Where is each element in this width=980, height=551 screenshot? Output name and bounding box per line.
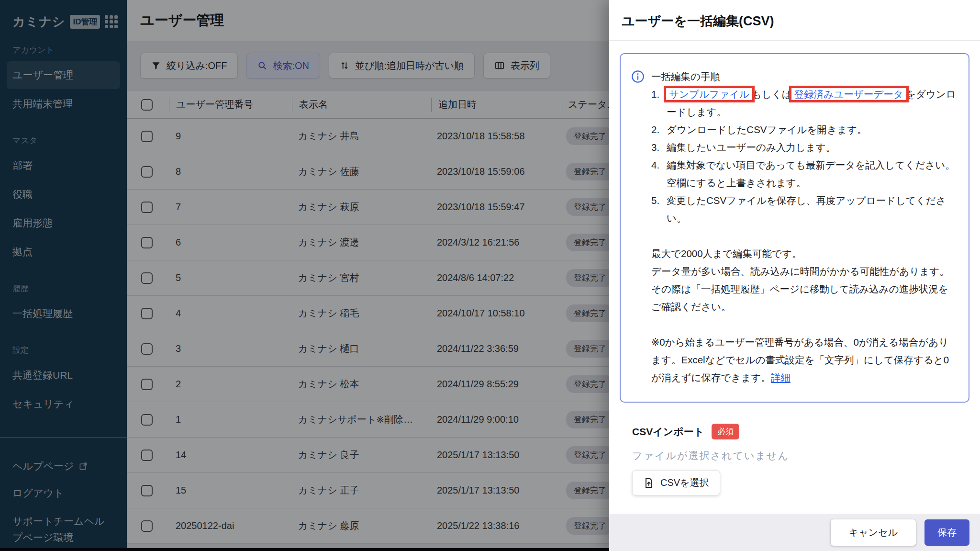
guide-step-1: 1. サンプルファイルもしくは登録済みユーザーデータをダウンロードします。 [651,85,957,121]
guide-note-history-page: その際は「一括処理履歴」ページに移動して読み込みの進捗状況をご確認ください。 [651,280,957,315]
no-file-selected-text: ファイルが選択されていません [632,449,968,462]
sample-file-link[interactable]: サンプルファイル [667,89,752,100]
guide-step-4: 4. 編集対象でない項目であっても最新データを記入してください。空欄にすると上書… [651,156,957,191]
file-upload-icon [643,477,655,489]
cancel-button[interactable]: キャンセル [831,519,916,546]
app-root: カミナシ ID管理 アカウント ユーザー管理 共用端末管理 マスタ 部署 役職 … [0,0,980,551]
guide-title: 一括編集の手順 [651,67,957,85]
select-csv-button[interactable]: CSVを選択 [632,470,720,495]
modal-footer: キャンセル 保存 [609,514,980,551]
detail-link[interactable]: 詳細 [771,372,791,383]
guide-step-2: 2. ダウンロードしたCSVファイルを開きます。 [651,121,957,138]
guide-note-max: 最大で2000人まで編集可能です。 [651,245,957,262]
save-button[interactable]: 保存 [924,519,969,546]
guide-info-box: 一括編集の手順 1. サンプルファイルもしくは登録済みユーザーデータをダウンロー… [620,53,969,403]
required-badge: 必須 [712,424,739,439]
csv-import-label: CSVインポート [632,425,704,439]
modal-body: 一括編集の手順 1. サンプルファイルもしくは登録済みユーザーデータをダウンロー… [609,41,980,514]
guide-note-load-time: データ量が多い場合、読み込みに時間がかかる可能性があります。 [651,262,957,280]
registered-user-data-link[interactable]: 登録済みユーザーデータ [792,89,906,100]
modal-header: ユーザーを一括編集(CSV) [609,0,980,41]
csv-import-section: CSVインポート 必須 ファイルが選択されていません CSVを選択 [620,403,969,495]
guide-step-5: 5. 変更したCSVファイルを保存し、再度アップロードしてください。 [651,191,957,227]
info-icon [631,70,645,83]
guide-content: 一括編集の手順 1. サンプルファイルもしくは登録済みユーザーデータをダウンロー… [651,67,957,386]
modal-title: ユーザーを一括編集(CSV) [622,12,963,30]
guide-caution: ※0から始まるユーザー管理番号がある場合、0が消える場合があります。Excelな… [651,333,957,386]
bulk-edit-csv-modal: ユーザーを一括編集(CSV) 一括編集の手順 1. サンプルファイルもしくは登録… [609,0,980,551]
guide-step-3: 3. 編集したいユーザーのみ入力します。 [651,138,957,156]
dim-overlay [0,0,609,551]
